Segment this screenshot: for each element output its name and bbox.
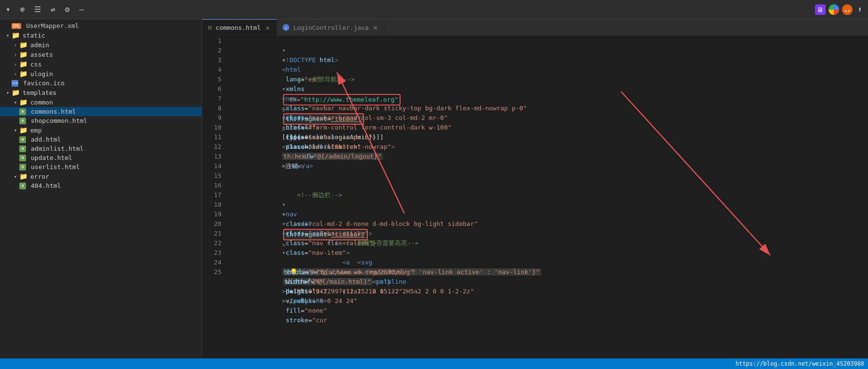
sidebar-item-label: assets	[30, 51, 53, 58]
line-num: 12	[210, 142, 221, 152]
sidebar-item-ulogin[interactable]: › 📁 ulogin	[0, 69, 202, 79]
sidebar-item-label: common	[30, 99, 53, 106]
sidebar-item-favicon[interactable]: ICO favicon.ico	[0, 79, 202, 88]
line-num: 10	[210, 123, 221, 132]
line-num: 19	[210, 210, 221, 219]
menu-icon[interactable]: ▾	[4, 3, 13, 16]
line-num: 18	[210, 200, 221, 210]
file-sidebar: XML UserMapper.xml ▾ 📁 static › 📁 admin …	[0, 19, 202, 358]
code-line-14	[229, 161, 868, 171]
firefox-icon[interactable]: 🦊	[842, 4, 853, 15]
line-num: 1	[210, 36, 221, 46]
main-layout: XML UserMapper.xml ▾ 📁 static › 📁 admin …	[0, 19, 868, 358]
ide-icon[interactable]: 🖥	[815, 4, 826, 15]
editor-area: H commons.html × ☕ LoginController.java …	[202, 19, 868, 358]
folder-icon: 📁	[12, 89, 20, 96]
list-icon[interactable]: ☰	[32, 3, 43, 16]
add-icon[interactable]: ⊕	[18, 3, 27, 16]
tab-close-button[interactable]: ×	[373, 23, 378, 32]
line-num: 13	[210, 152, 221, 161]
folder-icon: 📁	[19, 60, 27, 68]
sidebar-item-add[interactable]: H add.html	[0, 135, 202, 144]
code-line-17: ▾ <nav class="col-md-2 d-none d-md-block…	[229, 190, 868, 200]
tab-close-button[interactable]: ×	[265, 23, 271, 33]
tab-commons[interactable]: H commons.html ×	[202, 19, 277, 36]
line-num: 21	[210, 229, 221, 238]
html-file-icon: H	[19, 145, 26, 152]
code-line-7: <input class="form-control form-control-…	[229, 94, 868, 104]
sidebar-item-label: adminlist.html	[31, 145, 84, 152]
sidebar-item-label: 404.html	[31, 182, 61, 189]
line-num: 3	[210, 55, 221, 65]
sidebar-item-assets[interactable]: › 📁 assets	[0, 50, 202, 59]
code-line-3	[229, 55, 868, 65]
tab-java-icon: ☕	[283, 24, 289, 31]
line-num: 5	[210, 75, 221, 84]
sidebar-item-label: userlist.html	[31, 163, 80, 171]
folder-icon: 📁	[19, 98, 27, 106]
code-editor[interactable]: 1 2 3 4 5 6 7 8 9 10 11 12 13 14	[202, 36, 868, 358]
tab-login[interactable]: ☕ LoginController.java ×	[277, 19, 385, 36]
code-line-12: </ul>	[229, 142, 868, 152]
sidebar-item-templates[interactable]: ▾ 📁 templates	[0, 88, 202, 97]
code-line-13: </nav>	[229, 152, 868, 161]
sidebar-item-update[interactable]: H update.html	[0, 153, 202, 162]
status-url: https://blog.csdn.net/weixin_45203988	[736, 360, 864, 367]
folder-icon: 📁	[19, 51, 27, 58]
sidebar-item-label: admin	[30, 41, 49, 49]
sidebar-item-label: ulogin	[30, 70, 53, 78]
folder-arrow: ›	[12, 51, 19, 58]
folder-arrow: ›	[12, 60, 19, 68]
sidebar-item-label: commons.html	[31, 108, 76, 115]
tab-html-icon: H	[208, 24, 212, 31]
line-num: 7	[210, 94, 221, 104]
sidebar-item-userlist[interactable]: H userlist.html	[0, 162, 202, 171]
code-line-15	[229, 171, 868, 181]
code-lines: ▾ <!DOCTYPE html> ▾ <html lang="en" xmln…	[225, 36, 868, 277]
minimize-icon[interactable]: —	[78, 3, 86, 16]
code-line-16: <!--侧边栏-->	[229, 181, 868, 190]
code-line-8: ▾ <ul class="navbar-nav px-3">	[229, 104, 868, 113]
settings-icon[interactable]: ⚙	[63, 3, 72, 16]
line-num: 14	[210, 161, 221, 171]
folder-arrow: ▾	[12, 172, 19, 180]
sidebar-item-usermapper[interactable]: XML UserMapper.xml	[0, 21, 202, 30]
line-num: 25	[210, 267, 221, 277]
sidebar-item-label: css	[30, 61, 41, 68]
sidebar-item-admin[interactable]: › 📁 admin	[0, 40, 202, 50]
status-bar: https://blog.csdn.net/weixin_45203988	[0, 358, 868, 369]
code-line-11: </li>	[229, 132, 868, 142]
folder-arrow: ▾	[4, 89, 12, 96]
line-num: 9	[210, 113, 221, 123]
folder-arrow: ▾	[4, 31, 12, 39]
line-num: 8	[210, 104, 221, 113]
line-num: 20	[210, 219, 221, 229]
sidebar-item-commons-html[interactable]: H commons.html	[0, 107, 202, 116]
line-num: 24	[210, 258, 221, 267]
sidebar-item-css[interactable]: › 📁 css	[0, 59, 202, 69]
expand-icon[interactable]: ⬆	[855, 3, 864, 16]
top-toolbar: ▾ ⊕ ☰ ⇌ ⚙ — 🖥 🦊 ⬆	[0, 0, 868, 19]
top-right-icons: 🖥 🦊 ⬆	[815, 3, 864, 16]
sidebar-item-label: templates	[23, 89, 56, 96]
chrome-icon[interactable]	[829, 4, 839, 15]
tab-label: commons.html	[216, 24, 261, 31]
sidebar-item-404[interactable]: H 404.html	[0, 181, 202, 190]
line-num: 2	[210, 46, 221, 55]
sidebar-item-error[interactable]: ▾ 📁 error	[0, 171, 202, 181]
sidebar-item-common[interactable]: ▾ 📁 common	[0, 97, 202, 107]
sidebar-item-static[interactable]: ▾ 📁 static	[0, 30, 202, 40]
code-content: 1 2 3 4 5 6 7 8 9 10 11 12 13 14	[202, 36, 868, 277]
split-icon[interactable]: ⇌	[49, 3, 57, 16]
sidebar-item-emp[interactable]: ▾ 📁 emp	[0, 125, 202, 135]
line-num: 15	[210, 171, 221, 181]
tabs-bar: H commons.html × ☕ LoginController.java …	[202, 19, 868, 36]
line-num: 17	[210, 190, 221, 200]
line-num: 16	[210, 181, 221, 190]
sidebar-item-shopcommon[interactable]: H shopcommon.html	[0, 116, 202, 125]
html-file-icon: H	[19, 118, 26, 124]
line-num: 23	[210, 248, 221, 258]
sidebar-item-label: favicon.ico	[23, 79, 65, 87]
sidebar-item-adminlist[interactable]: H adminlist.html	[0, 144, 202, 153]
code-line-6: <a class="navbar-brand col-sm-3 col-md-2…	[229, 84, 868, 94]
